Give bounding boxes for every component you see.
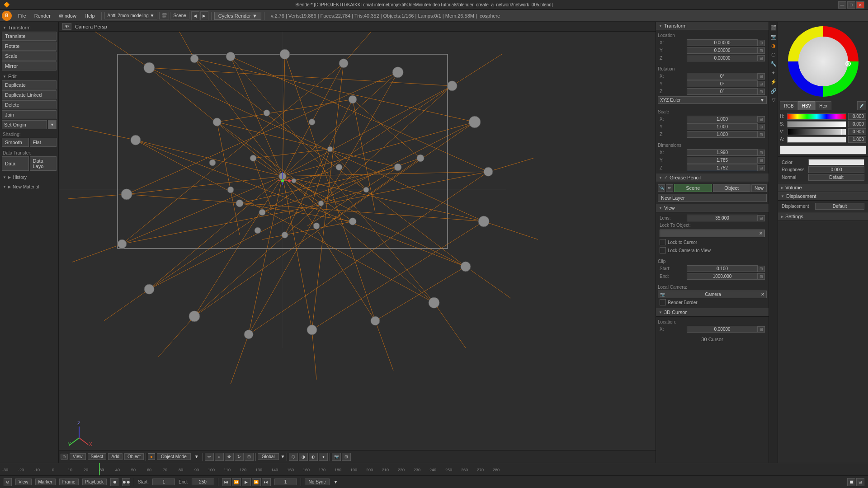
new-material-title[interactable]: ▶ New Material — [2, 183, 57, 191]
select-menu-btn[interactable]: Select — [88, 453, 107, 460]
rot-x-copy[interactable]: ⊞ — [758, 73, 765, 80]
normal-field[interactable]: Default — [808, 174, 864, 181]
scene-props-icon[interactable]: 🎬 — [769, 23, 778, 32]
data-props-icon[interactable]: ▽ — [769, 96, 778, 104]
v-slider[interactable] — [787, 129, 846, 135]
timeline-view-btn[interactable]: View — [15, 479, 32, 485]
s-slider[interactable] — [787, 121, 846, 127]
viewport-canvas[interactable]: X Y Z (1) Icosphere ⊙ View Select Add Ob… — [59, 32, 656, 463]
scale-x-field[interactable]: 1.000 — [687, 116, 758, 122]
loc-x-copy[interactable]: ⊞ — [758, 40, 765, 46]
lock-cursor-label[interactable]: Lock to Cursor — [658, 238, 767, 246]
render-props-icon[interactable]: 📷 — [769, 33, 778, 41]
clip-start-field[interactable]: 0.100 — [687, 265, 758, 272]
camera-clear[interactable]: ✕ — [761, 292, 764, 297]
view-header[interactable]: View — [656, 204, 769, 212]
dim-y-copy[interactable]: ⊞ — [758, 157, 765, 164]
dim-x-copy[interactable]: ⊞ — [758, 150, 765, 156]
rot-z-copy[interactable]: ⊞ — [758, 89, 765, 95]
timeline-marker-btn[interactable]: Marker — [35, 479, 56, 485]
gp-new-btn[interactable]: New — [751, 184, 767, 192]
timeline-playback-btn[interactable]: Playback — [82, 479, 107, 485]
draw-icon[interactable]: ✏ — [205, 453, 214, 461]
object-props-icon[interactable]: ⬡ — [769, 51, 778, 59]
end-frame-field[interactable]: 250 — [192, 479, 214, 485]
history-title[interactable]: ▶ History — [2, 174, 57, 181]
hsv-tab[interactable]: HSV — [798, 101, 816, 110]
hex-tab[interactable]: Hex — [815, 101, 831, 110]
rot-x-field[interactable]: 0° — [687, 73, 758, 80]
sync-btn[interactable]: No Sync — [305, 479, 330, 485]
rot-z-field[interactable]: 0° — [687, 88, 758, 95]
clip-start-copy[interactable]: ⊞ — [758, 266, 765, 272]
dim-z-field[interactable]: 1.752 — [687, 164, 758, 171]
object-mode-btn[interactable]: Object Mode — [157, 453, 191, 460]
set-origin-btn[interactable]: Set Origin — [2, 120, 47, 129]
rot-y-field[interactable]: 0° — [687, 80, 758, 87]
frame-ruler[interactable]: -30 -20 -10 0 10 20 30 40 50 60 70 80 90… — [0, 463, 868, 475]
scale-y-copy[interactable]: ⊞ — [758, 124, 765, 130]
clip-end-field[interactable]: 1000.000 — [687, 273, 758, 280]
modifier-props-icon[interactable]: 🔧 — [769, 60, 778, 68]
record-all-btn[interactable]: ⏺⏺ — [122, 478, 130, 486]
lock-cursor-checkbox[interactable] — [660, 239, 666, 245]
record-btn[interactable]: ⏺ — [110, 478, 118, 486]
play-btn[interactable]: ▶ — [242, 478, 251, 486]
view-panel-icon[interactable]: ⊙ — [61, 454, 68, 460]
object-menu-btn[interactable]: Object — [124, 453, 144, 460]
material-props-icon[interactable]: ◑ — [769, 42, 778, 50]
render-border-label[interactable]: Render Border — [658, 298, 767, 306]
wireframe-icon[interactable]: ⬡ — [289, 453, 298, 461]
duplicate-btn[interactable]: Duplicate — [2, 80, 57, 89]
loc-z-field[interactable]: 0.00000 — [687, 55, 758, 61]
viewport-mode-icon[interactable]: 👁 — [62, 23, 71, 30]
scale-x-copy[interactable]: ⊞ — [758, 116, 765, 122]
lens-copy[interactable]: ⊞ — [758, 215, 765, 221]
volume-section-header[interactable]: ▶ Volume — [778, 183, 868, 192]
jump-start-btn[interactable]: ⏮ — [222, 478, 231, 486]
start-frame-field[interactable]: 1 — [152, 479, 175, 485]
euler-dropdown[interactable]: XYZ Euler ▼ — [658, 96, 767, 104]
color-prop-swatch[interactable] — [808, 159, 864, 165]
eyedropper-btn[interactable]: 💉 — [857, 101, 866, 110]
constraints-icon[interactable]: 🔗 — [769, 87, 778, 95]
minimize-button[interactable]: — — [838, 1, 846, 9]
data-layo-btn[interactable]: Data Layo — [30, 156, 57, 171]
scale-icon[interactable]: ⊞ — [245, 453, 254, 461]
lock-to-object-field[interactable]: ✕ — [660, 230, 765, 237]
loc-y-field[interactable]: 0.00000 — [687, 47, 758, 54]
rot-y-copy[interactable]: ⊞ — [758, 81, 765, 87]
gp-scene-btn[interactable]: Scene — [674, 184, 712, 192]
material-icon[interactable]: ◐ — [309, 453, 318, 461]
render-border-checkbox[interactable] — [660, 299, 666, 305]
clip-end-copy[interactable]: ⊞ — [758, 273, 765, 280]
add-menu-btn[interactable]: Add — [108, 453, 123, 460]
scene-icons[interactable]: 🎬 — [159, 12, 169, 19]
rgb-tab[interactable]: RGB — [780, 101, 798, 110]
grease-pencil-header[interactable]: ✓ Grease Pencil — [656, 174, 769, 182]
solid-icon[interactable]: ◑ — [299, 453, 308, 461]
viewport[interactable]: 👁 Camera Persp — [59, 22, 656, 463]
h-value[interactable]: 0.000 — [848, 113, 866, 120]
s-value[interactable]: 0.000 — [848, 121, 866, 127]
fullscreen-icon[interactable]: ⊞ — [342, 453, 351, 461]
join-btn[interactable]: Join — [2, 110, 57, 119]
color-wheel-svg[interactable] — [787, 25, 859, 98]
cursor-frame-label[interactable]: 30 Cursor — [656, 335, 769, 344]
menu-render[interactable]: Render — [31, 12, 54, 19]
scene-select[interactable]: Scene — [170, 12, 189, 19]
rotate-btn[interactable]: Rotate — [2, 42, 57, 51]
transform-title[interactable]: Transform — [2, 23, 57, 32]
current-frame-field[interactable]: 1 — [274, 479, 297, 485]
lens-field[interactable]: 35.000 — [687, 215, 758, 221]
select-circle-icon[interactable]: ○ — [215, 453, 224, 461]
scene-nav-right[interactable]: ▶ — [200, 11, 208, 20]
dim-x-field[interactable]: 1.990 — [687, 149, 758, 156]
mirror-btn[interactable]: Mirror — [2, 61, 57, 70]
delete-btn[interactable]: Delete — [2, 100, 57, 109]
maximize-button[interactable]: □ — [847, 1, 855, 9]
flat-btn[interactable]: Flat — [30, 138, 57, 147]
scale-y-field[interactable]: 1.000 — [687, 123, 758, 130]
duplicate-linked-btn[interactable]: Duplicate Linked — [2, 90, 57, 99]
jump-end-btn[interactable]: ⏭ — [262, 478, 271, 486]
